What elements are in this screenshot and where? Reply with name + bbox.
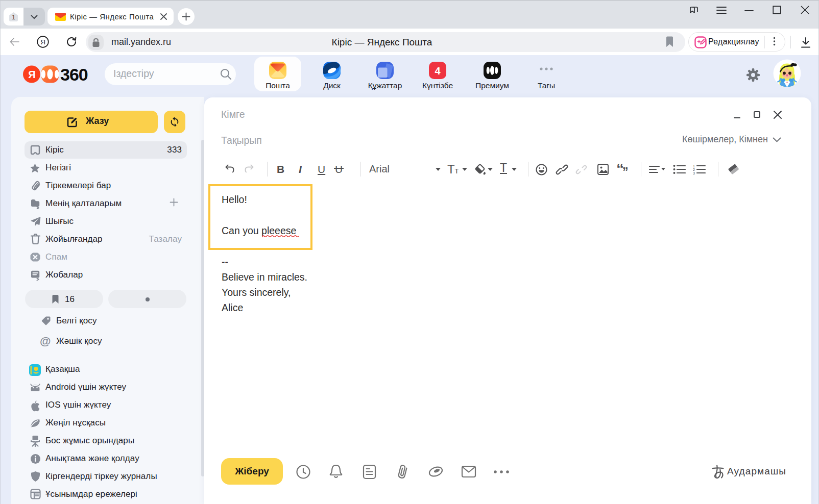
svg-text:3: 3 (693, 171, 695, 174)
svg-text:1: 1 (693, 164, 695, 168)
svg-text:360: 360 (60, 65, 88, 83)
svg-text:2: 2 (693, 168, 695, 171)
svg-text:4: 4 (435, 65, 441, 77)
svg-text:Я: Я (28, 69, 35, 80)
svg-text:Я: Я (40, 38, 45, 46)
svg-text:1: 1 (12, 14, 15, 21)
